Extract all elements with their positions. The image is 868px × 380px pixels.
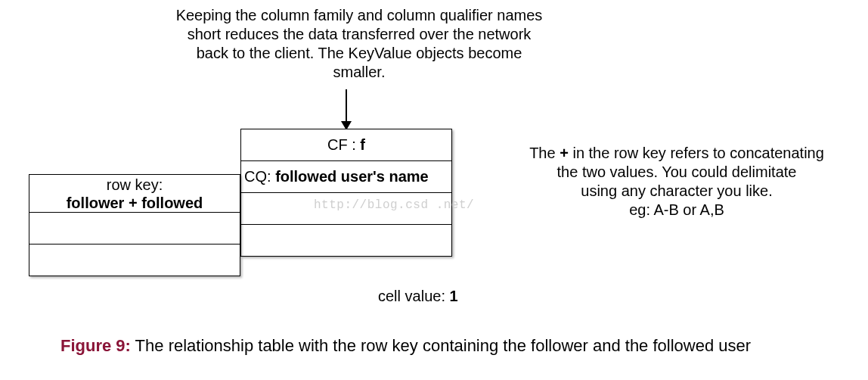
rowkey-header-cell: row key: follower + followed bbox=[29, 175, 240, 213]
right-anno-line4: eg: A-B or A,B bbox=[629, 201, 724, 218]
rowkey-value: follower + followed bbox=[67, 195, 203, 211]
right-anno-line2: the two values. You could delimitate bbox=[557, 164, 797, 180]
column-family-table: CF : f CQ: followed user's name bbox=[240, 129, 452, 257]
rowkey-concat-annotation: The + in the row key refers to concatena… bbox=[491, 144, 862, 220]
rowkey-table: row key: follower + followed bbox=[29, 174, 240, 276]
cf-label-value: f bbox=[360, 136, 365, 153]
right-anno-plus: + bbox=[560, 145, 569, 161]
keyvalue-annotation: Keeping the column family and column qua… bbox=[174, 6, 544, 82]
cf-empty-row bbox=[241, 225, 452, 257]
cell-value-prefix: cell value: bbox=[378, 288, 450, 304]
rowkey-empty-row bbox=[29, 213, 240, 245]
rowkey-label: row key: bbox=[107, 176, 163, 193]
figure-number: Figure 9: bbox=[60, 336, 131, 355]
cell-value-label: cell value: 1 bbox=[378, 288, 458, 305]
right-anno-line3: using any character you like. bbox=[581, 182, 772, 199]
cf-header-cell: CF : f bbox=[241, 129, 452, 161]
figure-text: The relationship table with the row key … bbox=[131, 336, 751, 355]
cq-header-cell: CQ: followed user's name bbox=[241, 161, 452, 193]
cq-label-value: followed user's name bbox=[275, 168, 429, 185]
rowkey-empty-row bbox=[29, 245, 240, 276]
figure-caption: Figure 9: The relationship table with th… bbox=[60, 336, 751, 356]
right-anno-post: in the row key refers to concatenating bbox=[569, 145, 824, 161]
cf-label-prefix: CF : bbox=[327, 136, 360, 153]
right-anno-pre: The bbox=[529, 145, 560, 161]
cell-value: 1 bbox=[450, 288, 458, 304]
cf-empty-row bbox=[241, 193, 452, 225]
arrow-down-icon bbox=[337, 89, 355, 132]
cq-label-prefix: CQ: bbox=[244, 168, 275, 185]
